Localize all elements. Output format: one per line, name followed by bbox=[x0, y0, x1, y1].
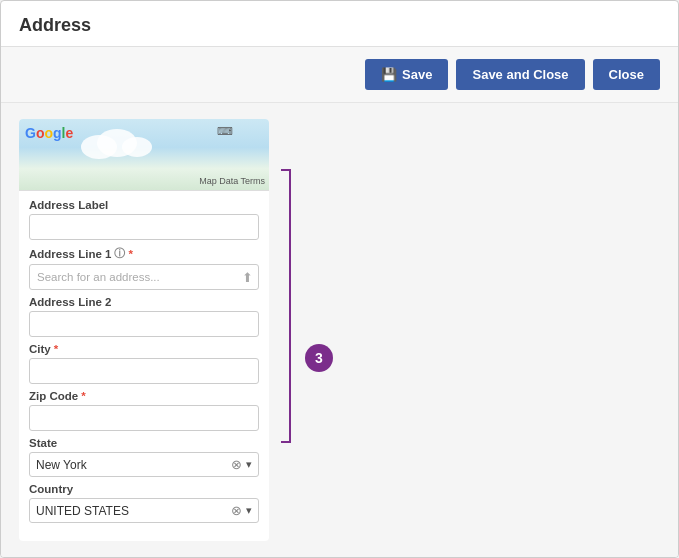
info-icon[interactable]: ⓘ bbox=[114, 246, 125, 261]
google-logo: Google bbox=[25, 125, 73, 141]
required-star: * bbox=[128, 248, 132, 260]
map-data-text: Map Data Terms bbox=[199, 176, 265, 186]
country-value: UNITED STATES bbox=[36, 504, 227, 518]
right-empty-area bbox=[269, 119, 660, 541]
country-group: Country UNITED STATES ⊗ ▾ bbox=[29, 483, 259, 523]
address-label-group: Address Label bbox=[29, 199, 259, 240]
step-badge: 3 bbox=[305, 344, 333, 372]
zip-code-group: Zip Code * bbox=[29, 390, 259, 431]
address-line2-group: Address Line 2 bbox=[29, 296, 259, 337]
country-clear-icon[interactable]: ⊗ bbox=[231, 503, 242, 518]
address-line1-input[interactable] bbox=[29, 264, 259, 290]
svg-point-2 bbox=[122, 137, 152, 157]
bracket-bottom bbox=[281, 441, 291, 443]
content-area: Google ⌨ Map Data Terms Address Label bbox=[1, 103, 678, 557]
city-input[interactable] bbox=[29, 358, 259, 384]
city-required-star: * bbox=[54, 343, 58, 355]
close-button[interactable]: Close bbox=[593, 59, 660, 90]
address-label-input[interactable] bbox=[29, 214, 259, 240]
google-map-preview: Google ⌨ Map Data Terms bbox=[19, 119, 269, 191]
toolbar: 💾 Save Save and Close Close bbox=[1, 47, 678, 103]
address-line2-input[interactable] bbox=[29, 311, 259, 337]
address-line1-group: Address Line 1 ⓘ * ⬆ bbox=[29, 246, 259, 290]
keyboard-icon: ⌨ bbox=[217, 125, 233, 138]
state-group: State New York ⊗ ▾ bbox=[29, 437, 259, 477]
address-label-label: Address Label bbox=[29, 199, 259, 211]
zip-code-label: Zip Code * bbox=[29, 390, 259, 402]
save-and-close-button[interactable]: Save and Close bbox=[456, 59, 584, 90]
address-line1-label: Address Line 1 ⓘ * bbox=[29, 246, 259, 261]
address-line1-search-wrapper: ⬆ bbox=[29, 264, 259, 290]
save-icon: 💾 bbox=[381, 67, 397, 82]
address-form: Google ⌨ Map Data Terms Address Label bbox=[19, 119, 269, 541]
cloud-decoration bbox=[79, 129, 159, 159]
address-modal: Address 💾 Save Save and Close Close Goog… bbox=[0, 0, 679, 558]
state-select[interactable]: New York ⊗ ▾ bbox=[29, 452, 259, 477]
city-label: City * bbox=[29, 343, 259, 355]
upload-icon[interactable]: ⬆ bbox=[242, 270, 253, 285]
country-label: Country bbox=[29, 483, 259, 495]
page-title: Address bbox=[1, 1, 678, 47]
state-label: State bbox=[29, 437, 259, 449]
state-value: New York bbox=[36, 458, 227, 472]
country-select[interactable]: UNITED STATES ⊗ ▾ bbox=[29, 498, 259, 523]
save-button[interactable]: 💾 Save bbox=[365, 59, 448, 90]
form-fields: Address Label Address Line 1 ⓘ * ⬆ bbox=[19, 191, 269, 531]
state-clear-icon[interactable]: ⊗ bbox=[231, 457, 242, 472]
address-line2-label: Address Line 2 bbox=[29, 296, 259, 308]
bracket-indicator: 3 bbox=[281, 169, 291, 443]
city-group: City * bbox=[29, 343, 259, 384]
zip-required-star: * bbox=[81, 390, 85, 402]
bracket-vertical bbox=[289, 171, 291, 441]
state-dropdown-icon[interactable]: ▾ bbox=[246, 458, 252, 471]
country-dropdown-icon[interactable]: ▾ bbox=[246, 504, 252, 517]
zip-code-input[interactable] bbox=[29, 405, 259, 431]
